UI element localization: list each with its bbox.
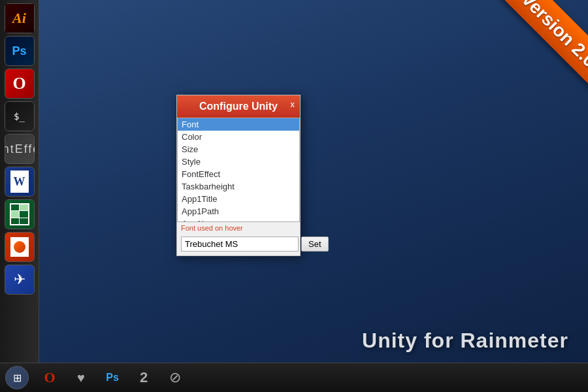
list-item[interactable]: Color	[178, 131, 299, 143]
list-item[interactable]: FontEffect	[178, 168, 299, 180]
list-item[interactable]: App1Icon	[178, 218, 299, 222]
version-banner: Version 2.0	[464, 0, 588, 124]
dialog-footer: Set	[177, 234, 300, 255]
list-item[interactable]: Size	[178, 143, 299, 155]
font-input[interactable]	[181, 237, 299, 252]
taskbar: ⊞ O ♥ Ps 2 ⊘	[0, 363, 588, 392]
dialog-close-button[interactable]: x	[290, 101, 295, 108]
ps-icon: Ps	[5, 36, 35, 66]
sidebar-item-ppt[interactable]	[5, 232, 35, 262]
dialog-title: Configure Unity x	[177, 95, 300, 118]
dots-icon: FontEffect	[5, 134, 35, 164]
list-item[interactable]: App1Path	[178, 205, 299, 218]
set-button[interactable]: Set	[301, 237, 329, 252]
sidebar-item-opera[interactable]: O	[5, 69, 35, 99]
configure-unity-dialog: Configure Unity x Font Color Size Style …	[176, 95, 301, 256]
branding-text: Unity for Rainmeter	[362, 329, 568, 353]
sidebar-item-xmind[interactable]: ✈	[5, 265, 35, 295]
opera-icon: O	[5, 69, 35, 99]
sidebar: Ai Ps Adobe Photoshop CS5 O $_ FontEffec…	[0, 0, 39, 363]
taskbar-opera-icon[interactable]: O	[39, 367, 60, 388]
taskbar-ps-icon[interactable]: Ps	[102, 367, 123, 388]
taskbar-2-icon[interactable]: 2	[133, 367, 154, 388]
list-item[interactable]: App1Title	[178, 193, 299, 205]
dialog-hint: Font used on hover	[177, 222, 300, 234]
xmind-icon: ✈	[5, 265, 35, 295]
ppt-icon	[5, 232, 35, 262]
sidebar-item-terminal[interactable]: $_	[5, 101, 35, 131]
sidebar-item-ai[interactable]: Ai	[5, 3, 35, 33]
list-item[interactable]: Font	[178, 118, 299, 131]
list-item[interactable]: Taskbarheight	[178, 180, 299, 193]
terminal-icon: $_	[5, 101, 35, 131]
word-icon: W	[5, 167, 35, 197]
dialog-listbox[interactable]: Font Color Size Style FontEffect Taskbar…	[177, 118, 300, 222]
version-text: Version 2.0	[496, 0, 588, 93]
sidebar-item-word[interactable]: W	[5, 167, 35, 197]
ai-icon: Ai	[5, 3, 35, 33]
list-item[interactable]: Style	[178, 155, 299, 168]
excel-icon	[5, 199, 35, 229]
taskbar-heart-icon[interactable]: ♥	[71, 367, 91, 388]
sidebar-item-excel[interactable]	[5, 199, 35, 229]
taskbar-power-icon[interactable]: ⊘	[165, 367, 186, 388]
sidebar-item-ps[interactable]: Ps Adobe Photoshop CS5	[5, 36, 35, 66]
sidebar-item-dots[interactable]: FontEffect	[5, 134, 35, 164]
taskbar-start-button[interactable]: ⊞	[5, 366, 29, 389]
